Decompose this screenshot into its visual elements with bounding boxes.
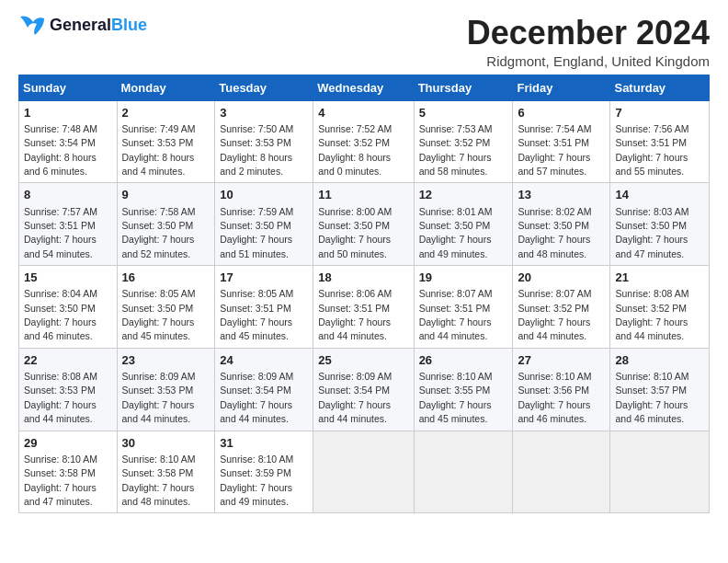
calendar-week-3: 15Sunrise: 8:04 AMSunset: 3:50 PMDayligh… <box>19 266 710 349</box>
day-number: 15 <box>24 270 112 286</box>
day-info: Sunrise: 7:59 AMSunset: 3:50 PMDaylight:… <box>220 206 293 259</box>
calendar-cell: 30Sunrise: 8:10 AMSunset: 3:58 PMDayligh… <box>117 431 215 513</box>
calendar-cell: 4Sunrise: 7:52 AMSunset: 3:52 PMDaylight… <box>313 100 414 183</box>
day-info: Sunrise: 8:10 AMSunset: 3:58 PMDaylight:… <box>24 454 97 507</box>
calendar-cell: 6Sunrise: 7:54 AMSunset: 3:51 PMDaylight… <box>513 100 610 183</box>
month-title: December 2024 <box>467 15 710 52</box>
header: GeneralBlue December 2024 Ridgmont, Engl… <box>18 15 710 69</box>
day-number: 28 <box>615 352 704 369</box>
calendar-cell: 25Sunrise: 8:09 AMSunset: 3:54 PMDayligh… <box>313 348 414 431</box>
day-number: 14 <box>615 187 704 203</box>
weekday-wednesday: Wednesday <box>313 75 414 100</box>
calendar-cell: 31Sunrise: 8:10 AMSunset: 3:59 PMDayligh… <box>215 431 313 513</box>
day-number: 7 <box>615 105 704 121</box>
calendar-cell: 23Sunrise: 8:09 AMSunset: 3:53 PMDayligh… <box>117 348 215 431</box>
day-info: Sunrise: 8:01 AMSunset: 3:50 PMDaylight:… <box>419 206 493 259</box>
weekday-thursday: Thursday <box>414 75 513 100</box>
day-number: 2 <box>122 105 210 121</box>
day-info: Sunrise: 8:10 AMSunset: 3:58 PMDaylight:… <box>122 454 196 507</box>
day-number: 11 <box>318 187 408 203</box>
day-info: Sunrise: 7:57 AMSunset: 3:51 PMDaylight:… <box>24 206 97 259</box>
calendar-week-1: 1Sunrise: 7:48 AMSunset: 3:54 PMDaylight… <box>19 100 710 183</box>
day-info: Sunrise: 7:56 AMSunset: 3:51 PMDaylight:… <box>615 123 688 177</box>
day-info: Sunrise: 8:09 AMSunset: 3:54 PMDaylight:… <box>318 371 392 424</box>
calendar-cell: 17Sunrise: 8:05 AMSunset: 3:51 PMDayligh… <box>215 266 313 349</box>
calendar-cell: 8Sunrise: 7:57 AMSunset: 3:51 PMDaylight… <box>19 183 118 266</box>
day-number: 9 <box>122 187 210 203</box>
calendar-cell: 10Sunrise: 7:59 AMSunset: 3:50 PMDayligh… <box>215 183 313 266</box>
day-info: Sunrise: 7:54 AMSunset: 3:51 PMDaylight:… <box>518 123 591 177</box>
day-number: 12 <box>419 187 508 203</box>
calendar-cell: 5Sunrise: 7:53 AMSunset: 3:52 PMDaylight… <box>414 100 513 183</box>
day-info: Sunrise: 8:00 AMSunset: 3:50 PMDaylight:… <box>318 206 392 259</box>
day-number: 4 <box>318 105 408 121</box>
day-number: 1 <box>24 105 112 121</box>
calendar-cell: 16Sunrise: 8:05 AMSunset: 3:50 PMDayligh… <box>117 266 215 349</box>
weekday-sunday: Sunday <box>19 75 118 100</box>
calendar-cell: 11Sunrise: 8:00 AMSunset: 3:50 PMDayligh… <box>313 183 414 266</box>
calendar-cell: 13Sunrise: 8:02 AMSunset: 3:50 PMDayligh… <box>513 183 610 266</box>
weekday-friday: Friday <box>513 75 610 100</box>
calendar-cell: 12Sunrise: 8:01 AMSunset: 3:50 PMDayligh… <box>414 183 513 266</box>
day-info: Sunrise: 8:10 AMSunset: 3:55 PMDaylight:… <box>419 371 493 424</box>
calendar-cell: 28Sunrise: 8:10 AMSunset: 3:57 PMDayligh… <box>610 348 710 431</box>
calendar-cell: 21Sunrise: 8:08 AMSunset: 3:52 PMDayligh… <box>610 266 710 349</box>
day-number: 13 <box>518 187 605 203</box>
day-number: 21 <box>615 270 704 286</box>
day-info: Sunrise: 7:50 AMSunset: 3:53 PMDaylight:… <box>220 123 293 177</box>
day-number: 27 <box>518 352 605 369</box>
day-info: Sunrise: 8:04 AMSunset: 3:50 PMDaylight:… <box>24 288 97 341</box>
day-info: Sunrise: 8:05 AMSunset: 3:51 PMDaylight:… <box>220 288 293 341</box>
day-info: Sunrise: 8:09 AMSunset: 3:53 PMDaylight:… <box>122 371 196 424</box>
page-container: GeneralBlue December 2024 Ridgmont, Engl… <box>0 0 728 523</box>
logo: GeneralBlue <box>18 15 147 37</box>
calendar-week-4: 22Sunrise: 8:08 AMSunset: 3:53 PMDayligh… <box>19 348 710 431</box>
calendar-cell <box>313 431 414 513</box>
day-number: 6 <box>518 105 605 121</box>
day-info: Sunrise: 7:48 AMSunset: 3:54 PMDaylight:… <box>24 123 97 177</box>
day-number: 22 <box>24 352 112 369</box>
calendar-cell: 27Sunrise: 8:10 AMSunset: 3:56 PMDayligh… <box>513 348 610 431</box>
calendar-table: SundayMondayTuesdayWednesdayThursdayFrid… <box>18 75 710 514</box>
calendar-cell: 2Sunrise: 7:49 AMSunset: 3:53 PMDaylight… <box>117 100 215 183</box>
day-number: 23 <box>122 352 210 369</box>
day-number: 8 <box>24 187 112 203</box>
weekday-monday: Monday <box>117 75 215 100</box>
weekday-header-row: SundayMondayTuesdayWednesdayThursdayFrid… <box>19 75 710 100</box>
day-info: Sunrise: 8:07 AMSunset: 3:51 PMDaylight:… <box>419 288 493 341</box>
calendar-cell: 15Sunrise: 8:04 AMSunset: 3:50 PMDayligh… <box>19 266 118 349</box>
location: Ridgmont, England, United Kingdom <box>467 53 710 69</box>
calendar-cell: 22Sunrise: 8:08 AMSunset: 3:53 PMDayligh… <box>19 348 118 431</box>
day-info: Sunrise: 8:07 AMSunset: 3:52 PMDaylight:… <box>518 288 591 341</box>
calendar-cell: 9Sunrise: 7:58 AMSunset: 3:50 PMDaylight… <box>117 183 215 266</box>
calendar-cell: 18Sunrise: 8:06 AMSunset: 3:51 PMDayligh… <box>313 266 414 349</box>
day-info: Sunrise: 8:03 AMSunset: 3:50 PMDaylight:… <box>615 206 688 259</box>
day-info: Sunrise: 8:10 AMSunset: 3:56 PMDaylight:… <box>518 371 591 424</box>
calendar-cell: 29Sunrise: 8:10 AMSunset: 3:58 PMDayligh… <box>19 431 118 513</box>
day-info: Sunrise: 8:05 AMSunset: 3:50 PMDaylight:… <box>122 288 196 341</box>
day-info: Sunrise: 8:10 AMSunset: 3:57 PMDaylight:… <box>615 371 688 424</box>
day-info: Sunrise: 8:02 AMSunset: 3:50 PMDaylight:… <box>518 206 591 259</box>
calendar-cell: 24Sunrise: 8:09 AMSunset: 3:54 PMDayligh… <box>215 348 313 431</box>
calendar-cell: 1Sunrise: 7:48 AMSunset: 3:54 PMDaylight… <box>19 100 118 183</box>
day-number: 16 <box>122 270 210 286</box>
calendar-cell <box>513 431 610 513</box>
day-info: Sunrise: 8:08 AMSunset: 3:53 PMDaylight:… <box>24 371 97 424</box>
logo-text: GeneralBlue <box>50 17 147 35</box>
day-number: 10 <box>220 187 308 203</box>
day-info: Sunrise: 7:49 AMSunset: 3:53 PMDaylight:… <box>122 123 196 177</box>
day-number: 3 <box>220 105 308 121</box>
day-number: 26 <box>419 352 508 369</box>
day-info: Sunrise: 8:08 AMSunset: 3:52 PMDaylight:… <box>615 288 688 341</box>
calendar-week-2: 8Sunrise: 7:57 AMSunset: 3:51 PMDaylight… <box>19 183 710 266</box>
day-number: 18 <box>318 270 408 286</box>
calendar-cell <box>610 431 710 513</box>
calendar-cell: 3Sunrise: 7:50 AMSunset: 3:53 PMDaylight… <box>215 100 313 183</box>
day-number: 19 <box>419 270 508 286</box>
calendar-cell: 7Sunrise: 7:56 AMSunset: 3:51 PMDaylight… <box>610 100 710 183</box>
weekday-tuesday: Tuesday <box>215 75 313 100</box>
calendar-cell: 19Sunrise: 8:07 AMSunset: 3:51 PMDayligh… <box>414 266 513 349</box>
day-number: 20 <box>518 270 605 286</box>
day-info: Sunrise: 8:09 AMSunset: 3:54 PMDaylight:… <box>220 371 293 424</box>
day-info: Sunrise: 7:58 AMSunset: 3:50 PMDaylight:… <box>122 206 196 259</box>
